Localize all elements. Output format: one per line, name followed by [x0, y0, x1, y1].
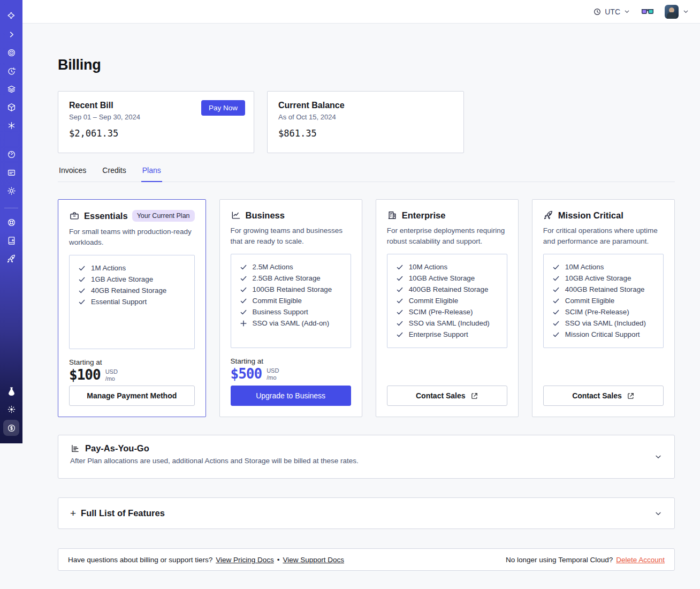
- plan-feature: 1GB Active Storage: [78, 274, 186, 285]
- recent-bill-amount: $2,061.35: [69, 128, 243, 139]
- asterisk-icon: [6, 120, 17, 131]
- chevron-down-icon: [654, 509, 663, 518]
- schedules-icon: [6, 66, 17, 76]
- plan-feature-list: 10M Actions10GB Active Storage400GB Reta…: [387, 254, 507, 348]
- upgrade-to-business-button[interactable]: Upgrade to Business: [231, 386, 351, 406]
- sidebar-item-billing[interactable]: [3, 420, 19, 436]
- feedback-glasses-button[interactable]: [641, 7, 654, 16]
- footer-right-question: No longer using Temporal Cloud?: [506, 556, 613, 564]
- check-icon: [396, 308, 404, 316]
- plan-title-row: Business: [231, 210, 351, 221]
- footer-question: Have questions about billing or support …: [68, 556, 212, 564]
- plan-price: $500 USD /mo: [231, 366, 351, 382]
- plan-feature: 100GB Retained Storage: [240, 284, 342, 295]
- chevron-right-icon: [6, 29, 17, 40]
- avatar: [665, 5, 679, 19]
- delete-account-link[interactable]: Delete Account: [616, 556, 665, 564]
- plan-feature: 2.5M Actions: [240, 261, 342, 273]
- sidebar-item-theme[interactable]: [4, 402, 19, 417]
- sidebar-item-deployments[interactable]: [4, 100, 19, 115]
- rocket-icon: [6, 254, 17, 264]
- sidebar-item-namespaces[interactable]: [4, 45, 19, 60]
- manage-payment-method-button[interactable]: Manage Payment Method: [69, 386, 195, 406]
- tab-plans[interactable]: Plans: [141, 166, 162, 182]
- external-link-icon: [470, 392, 478, 400]
- sidebar-item-home[interactable]: [4, 9, 19, 24]
- chevron-down-icon: [682, 8, 689, 15]
- price-amount: $100: [69, 367, 101, 383]
- plan-feature: SCIM (Pre-Release): [396, 306, 498, 318]
- full-features-panel: + Full List of Features: [58, 497, 675, 529]
- current-balance-card: Current Balance As of Oct 15, 2024 $861.…: [267, 91, 464, 153]
- sidebar-item-settings[interactable]: [4, 183, 19, 198]
- contact-sales-button[interactable]: Contact Sales: [387, 386, 507, 406]
- sidebar-item-docs[interactable]: [4, 233, 19, 248]
- chart-line-icon: [231, 210, 241, 221]
- check-icon: [552, 320, 560, 327]
- pay-now-button[interactable]: Pay Now: [201, 100, 245, 116]
- payg-expand-button[interactable]: [653, 451, 664, 462]
- check-icon: [240, 263, 247, 271]
- dot-separator: •: [277, 556, 280, 564]
- namespaces-icon: [6, 48, 17, 58]
- sidebar-item-nexus[interactable]: [4, 118, 19, 133]
- view-pricing-docs-link[interactable]: View Pricing Docs: [216, 556, 274, 564]
- current-plan-badge: Your Current Plan: [132, 210, 195, 222]
- view-support-docs-link[interactable]: View Support Docs: [283, 556, 344, 564]
- recent-bill-card: Recent Bill Sep 01 – Sep 30, 2024 $2,061…: [58, 91, 254, 153]
- plan-title-row: Enterprise: [387, 210, 507, 221]
- footer-delete-area: No longer using Temporal Cloud? Delete A…: [506, 556, 665, 564]
- account-menu[interactable]: [665, 5, 689, 19]
- sidebar-item-lab[interactable]: [4, 383, 19, 398]
- plan-name: Business: [246, 210, 285, 221]
- sidebar-divider: [4, 208, 18, 208]
- rocket-icon: [543, 210, 554, 221]
- plan-feature-list: 10M Actions10GB Active Storage400GB Reta…: [543, 254, 664, 348]
- lab-flask-icon: [6, 386, 17, 396]
- invoice-card-icon: [6, 168, 17, 178]
- billing-summary-row: Recent Bill Sep 01 – Sep 30, 2024 $2,061…: [58, 91, 675, 153]
- sidebar-item-support[interactable]: [4, 215, 19, 230]
- sidebar-item-invoices[interactable]: [4, 165, 19, 180]
- billing-dollar-icon: [6, 423, 17, 433]
- starting-at-label: Starting at: [69, 358, 195, 366]
- plan-description: For critical operations where uptime and…: [543, 225, 664, 246]
- settings-gear-icon: [6, 186, 17, 196]
- plan-card-business: Business For growing teams and businesse…: [219, 199, 362, 417]
- check-icon: [240, 286, 247, 293]
- contact-sales-button[interactable]: Contact Sales: [543, 386, 664, 406]
- plan-feature-list: 1M Actions1GB Active Storage40GB Retaine…: [69, 255, 195, 349]
- plan-feature: 1M Actions: [78, 262, 186, 274]
- topbar: UTC: [22, 0, 700, 24]
- sidebar-item-getting-started[interactable]: [4, 251, 19, 266]
- external-link-icon: [627, 392, 635, 400]
- docs-book-icon: [6, 236, 17, 246]
- full-features-expand-button[interactable]: [653, 508, 664, 519]
- sidebar-item-layers[interactable]: [4, 81, 19, 96]
- check-icon: [552, 275, 560, 282]
- toolbox-icon: [69, 210, 80, 221]
- check-icon: [396, 286, 404, 293]
- glasses-icon: [641, 7, 654, 16]
- check-icon: [396, 297, 404, 305]
- timezone-selector[interactable]: UTC: [593, 7, 630, 16]
- sidebar-item-schedules[interactable]: [4, 63, 19, 78]
- sidebar-item-expand[interactable]: [4, 27, 19, 42]
- plan-feature: 2.5GB Active Storage: [240, 273, 342, 284]
- plan-feature: 40GB Retained Storage: [78, 285, 186, 296]
- check-icon: [240, 297, 247, 305]
- check-icon: [552, 331, 560, 338]
- tab-invoices[interactable]: Invoices: [58, 166, 87, 182]
- sidebar-item-usage[interactable]: [4, 147, 19, 162]
- price-unit: USD /mo: [105, 368, 118, 382]
- plan-feature: 10GB Active Storage: [396, 273, 498, 284]
- price-amount: $500: [231, 366, 262, 382]
- current-balance-title: Current Balance: [278, 101, 453, 110]
- check-icon: [396, 331, 404, 338]
- check-icon: [240, 275, 247, 282]
- check-icon: [552, 263, 560, 271]
- tab-credits[interactable]: Credits: [101, 166, 127, 182]
- plan-feature: SSO via SAML (Add-on): [240, 318, 342, 329]
- plan-feature: SCIM (Pre-Release): [552, 306, 655, 318]
- plan-feature: 400GB Retained Storage: [396, 284, 498, 295]
